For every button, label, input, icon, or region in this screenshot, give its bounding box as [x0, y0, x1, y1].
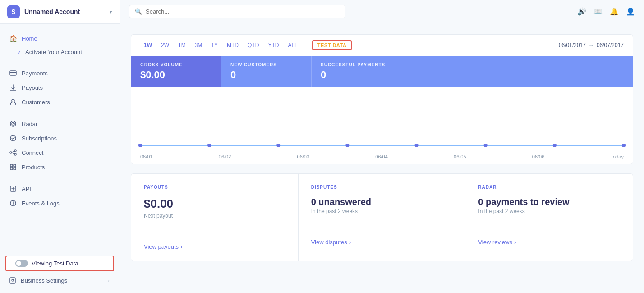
home-icon: 🏠 [9, 34, 17, 42]
svg-rect-13 [10, 164, 13, 167]
svg-point-6 [13, 123, 14, 124]
search-input[interactable] [146, 8, 340, 15]
sidebar-item-connect[interactable]: Connect [0, 145, 120, 160]
stat-gross-volume: GROSS VOLUME $0.00 [131, 56, 221, 87]
test-data-badge: TEST DATA [312, 40, 352, 50]
time-filters: 1W 2W 1M 3M 1Y MTD QTD YTD ALL [140, 40, 301, 50]
content: 1W 2W 1M 3M 1Y MTD QTD YTD ALL TEST DATA… [120, 23, 644, 293]
time-filter-3m[interactable]: 3M [191, 40, 206, 50]
sidebar-item-activate-label: Activate Your Account [25, 49, 82, 56]
bottom-cards: PAYOUTS $0.00 Next payout View payouts ›… [131, 173, 633, 261]
view-disputes-arrow: › [349, 239, 351, 246]
topbar: 🔍 🔊 📖 🔔 👤 [120, 0, 644, 23]
search-box[interactable]: 🔍 [129, 5, 345, 18]
view-reviews-label: View reviews [478, 239, 512, 246]
chart-x-labels: 06/01 06/02 06/03 06/04 06/05 06/06 Toda… [140, 154, 624, 159]
time-filter-1m[interactable]: 1M [175, 40, 189, 50]
time-filter-mtd[interactable]: MTD [223, 40, 242, 50]
business-settings-label: Business Settings [21, 277, 67, 284]
sidebar-item-api[interactable]: API [0, 181, 120, 196]
sidebar-item-business-settings[interactable]: Business Settings → [0, 273, 120, 288]
time-filter-all[interactable]: ALL [284, 40, 301, 50]
stat-new-customers: NEW CUSTOMERS 0 [221, 56, 312, 87]
sidebar-item-customers[interactable]: Customers [0, 95, 120, 109]
sidebar-bottom: Viewing Test Data Business Settings → [0, 248, 120, 293]
date-arrow-icon: → [589, 42, 594, 48]
svg-point-9 [14, 150, 16, 152]
sidebar-item-customers-label: Customers [22, 99, 50, 106]
time-filter-2w[interactable]: 2W [157, 40, 173, 50]
sidebar-item-events[interactable]: Events & Logs [0, 196, 120, 210]
arrow-right-icon: → [105, 277, 110, 284]
date-to: 06/07/2017 [597, 42, 624, 48]
sidebar-item-products[interactable]: Products [0, 160, 120, 174]
api-icon [9, 185, 17, 193]
toggle-switch [15, 260, 28, 267]
stats-bar: GROSS VOLUME $0.00 NEW CUSTOMERS 0 SUCCE… [131, 56, 633, 87]
bell-icon[interactable]: 🔔 [610, 7, 619, 16]
view-reviews-link[interactable]: View reviews › [478, 239, 516, 246]
payouts-card: PAYOUTS $0.00 Next payout View payouts › [131, 174, 299, 261]
date-range: 06/01/2017 → 06/07/2017 [559, 42, 624, 48]
payouts-icon [9, 84, 17, 92]
stat-new-customers-value: 0 [230, 69, 302, 81]
main-area: 🔍 🔊 📖 🔔 👤 1W 2W 1M 3M 1Y MTD QTD [120, 0, 644, 293]
view-payouts-arrow: › [180, 243, 182, 250]
check-icon: ✓ [17, 49, 22, 56]
sidebar-item-subscriptions-label: Subscriptions [22, 135, 57, 142]
svg-line-12 [12, 153, 14, 154]
svg-point-10 [14, 153, 16, 155]
payouts-sub-label: Next payout [144, 213, 285, 219]
account-logo: S [7, 5, 20, 18]
view-payouts-link[interactable]: View payouts › [144, 243, 182, 250]
radar-main-value: 0 payments to review [478, 197, 620, 207]
sidebar-item-home[interactable]: 🏠 Home [0, 31, 120, 46]
svg-point-3 [12, 99, 14, 102]
time-filter-qtd[interactable]: QTD [244, 40, 262, 50]
time-filter-1y[interactable]: 1Y [207, 40, 221, 50]
svg-point-20 [12, 279, 14, 281]
chart-label-6: Today [611, 154, 624, 159]
sidebar-item-payouts-label: Payouts [22, 84, 43, 91]
time-filter-1w[interactable]: 1W [140, 40, 156, 50]
disputes-main-value: 0 unanswered [311, 197, 453, 207]
toggle-knob [16, 261, 21, 266]
sidebar-item-activate[interactable]: ✓ Activate Your Account [0, 46, 120, 59]
chart-label-0: 06/01 [140, 154, 153, 159]
stat-new-customers-label: NEW CUSTOMERS [230, 62, 302, 67]
sidebar-item-subscriptions[interactable]: Subscriptions [0, 131, 120, 145]
sidebar-item-payments-label: Payments [22, 70, 48, 77]
chart-label-1: 06/02 [219, 154, 231, 159]
chart-header: 1W 2W 1M 3M 1Y MTD QTD YTD ALL TEST DATA… [131, 35, 633, 56]
account-selector[interactable]: S Unnamed Account ▾ [0, 0, 120, 24]
svg-point-29 [622, 144, 626, 147]
sidebar-item-radar[interactable]: Radar [0, 116, 120, 131]
test-data-label: Viewing Test Data [32, 260, 78, 267]
svg-rect-0 [10, 71, 16, 75]
sidebar-item-payments[interactable]: Payments [0, 66, 120, 80]
svg-rect-16 [14, 167, 16, 170]
time-filter-ytd[interactable]: YTD [264, 40, 282, 50]
payments-icon [9, 69, 17, 77]
sidebar-item-payouts[interactable]: Payouts [0, 80, 120, 95]
chart-line [140, 145, 624, 146]
events-icon [9, 199, 17, 207]
user-icon[interactable]: 👤 [626, 7, 635, 16]
view-disputes-link[interactable]: View disputes › [311, 239, 351, 246]
chart-area: 06/01 06/02 06/03 06/04 06/05 06/06 Toda… [131, 87, 633, 164]
chevron-down-icon: ▾ [110, 9, 112, 15]
disputes-desc: In the past 2 weeks [311, 208, 453, 214]
topbar-right: 🔊 📖 🔔 👤 [577, 7, 635, 16]
radar-icon [9, 120, 17, 128]
business-settings-icon [9, 277, 16, 284]
test-data-toggle[interactable]: Viewing Test Data [5, 256, 114, 271]
stat-successful-payments: SUCCESSFUL PAYMENTS 0 [312, 56, 633, 87]
volume-icon[interactable]: 🔊 [577, 7, 586, 16]
sidebar-item-api-label: API [22, 186, 31, 192]
customers-icon [9, 98, 17, 106]
chart-card: 1W 2W 1M 3M 1Y MTD QTD YTD ALL TEST DATA… [131, 34, 633, 164]
book-icon[interactable]: 📖 [593, 7, 603, 16]
chart-label-2: 06/03 [297, 154, 310, 159]
disputes-card: DISPUTES 0 unanswered In the past 2 week… [299, 174, 466, 261]
stat-gross-volume-label: GROSS VOLUME [140, 62, 212, 67]
